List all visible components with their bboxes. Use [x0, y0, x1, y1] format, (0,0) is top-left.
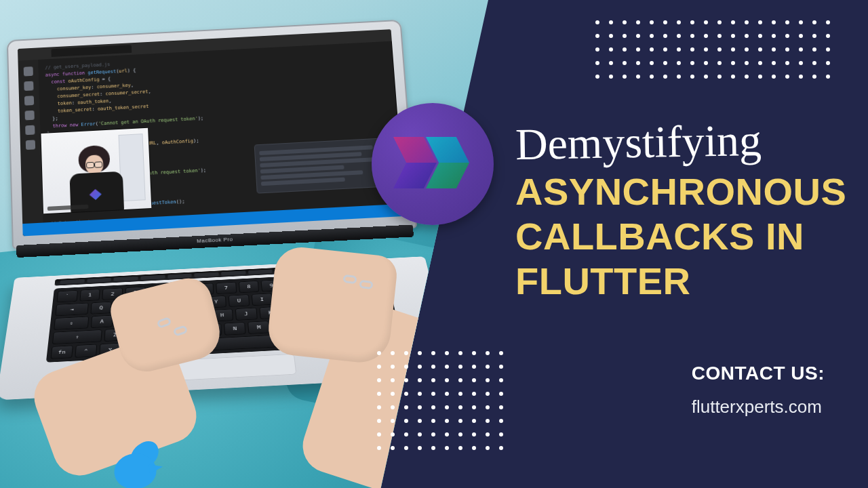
key: ⇥ [55, 303, 89, 317]
twitter-bird-icon [111, 441, 174, 488]
key: Q [90, 302, 111, 314]
key: ⌃ [75, 344, 97, 358]
key: N [224, 322, 245, 336]
key: J [235, 308, 258, 321]
person-icon [64, 144, 125, 213]
key: ⇪ [54, 317, 89, 330]
ring-icon [359, 280, 373, 289]
promo-graphic: // get_users_payload.js async function g… [0, 0, 868, 488]
key: U [229, 294, 250, 307]
contact-url: flutterxperts.com [692, 396, 825, 418]
key: fn [51, 345, 73, 359]
brand-badge [372, 103, 494, 225]
key: A [91, 315, 113, 328]
dot-grid [595, 20, 830, 79]
contact-block: CONTACT US: flutterxperts.com [692, 363, 825, 418]
ide-hover-tooltip [254, 138, 387, 193]
chevron-icon [426, 137, 469, 188]
key: I [252, 293, 273, 306]
key: ` [56, 290, 77, 302]
laptop-lid: // get_users_payload.js async function g… [7, 20, 417, 249]
key: ⇧ [52, 329, 102, 344]
key: 8 [238, 281, 259, 293]
headline-block: Demystifying ASYNCHRONOUS CALLBACKS IN F… [515, 117, 841, 304]
headline-title: ASYNCHRONOUS CALLBACKS IN FLUTTER [515, 169, 841, 304]
laptop-screen: // get_users_payload.js async function g… [18, 29, 406, 236]
key: 7 [216, 282, 237, 294]
dot-grid [377, 351, 503, 450]
video-call-thumbnail [40, 127, 152, 215]
contact-label: CONTACT US: [692, 363, 825, 384]
key: 1 [79, 289, 100, 301]
hand [266, 245, 399, 365]
key: M [248, 321, 270, 334]
headline-script: Demystifying [515, 117, 841, 167]
